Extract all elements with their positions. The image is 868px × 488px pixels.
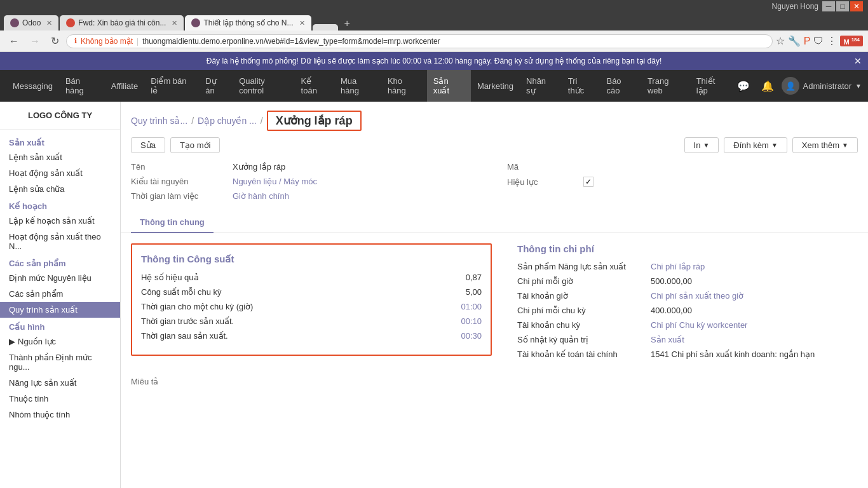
browser-tab-3[interactable]: Thiết lập thông số cho N... ✕: [185, 15, 311, 30]
sidebar-section-cau-hinh: Cấu hình ▶ Nguồn lực Thành phần Định mức…: [0, 318, 120, 423]
tab-close-1[interactable]: ✕: [46, 19, 52, 27]
cong-suat-row-2: Thời gian cho một chu kỳ (giờ) 01:00: [141, 302, 482, 311]
hieu-luc-checkbox[interactable]: ✓: [583, 177, 593, 187]
nav-mua-hang[interactable]: Mua hàng: [334, 70, 381, 102]
new-tab-btn[interactable]: +: [339, 17, 355, 30]
nav-ban-hang[interactable]: Bán hàng: [59, 70, 105, 102]
breadcrumb-item-2[interactable]: Dập chuyền ...: [198, 116, 257, 126]
nav-ke-toan[interactable]: Kế toán: [295, 70, 334, 102]
bookmark-btn[interactable]: ☆: [776, 35, 785, 47]
browser-tab-4[interactable]: [313, 24, 338, 30]
tab-thong-tin-chung[interactable]: Thông tin chung: [131, 212, 214, 233]
sidebar-item-nguon-luc[interactable]: ▶ Nguồn lực: [0, 334, 120, 349]
sidebar-section-title-cau-hinh: Cấu hình: [0, 318, 120, 334]
pinterest-btn[interactable]: P: [804, 36, 811, 47]
chi-phi-value-5[interactable]: Sản xuất: [651, 335, 684, 344]
chat-icon[interactable]: 💬: [733, 75, 754, 97]
admin-arrow[interactable]: ▼: [855, 83, 862, 90]
chi-phi-row-1: Chi phí mỗi giờ 500.000,00: [517, 276, 858, 286]
nav-affiliate[interactable]: Affiliate: [105, 75, 144, 97]
tab-close-2[interactable]: ✕: [172, 19, 177, 27]
info-sections: Thông tin Công suất Hệ số hiệu quả 0,87 …: [121, 233, 868, 374]
nav-kho-hang[interactable]: Kho hàng: [381, 70, 427, 102]
nav-bao-cao[interactable]: Báo cáo: [600, 70, 641, 102]
nav-thiet-lap[interactable]: Thiết lập: [690, 70, 733, 102]
cong-suat-value-1: 5,00: [444, 287, 482, 297]
avatar[interactable]: 👤: [782, 77, 799, 95]
thong-tin-cong-suat-section: Thông tin Công suất Hệ số hiệu quả 0,87 …: [131, 243, 492, 356]
thoi-gian-value[interactable]: Giờ hành chính: [233, 191, 289, 201]
notification-close[interactable]: ✕: [854, 56, 862, 66]
sidebar-item-nhom-thuoc-tinh[interactable]: Nhóm thuộc tính: [0, 407, 120, 423]
cong-suat-value-3[interactable]: 00:10: [444, 316, 482, 326]
edit-button[interactable]: Sửa: [131, 137, 165, 153]
sidebar-item-hoat-dong-theo-n[interactable]: Hoạt động sản xuất theo N...: [0, 229, 120, 254]
new-button[interactable]: Tạo mới: [170, 137, 220, 153]
sidebar-item-cac-san-pham[interactable]: Các sản phẩm: [0, 286, 120, 302]
shield-btn[interactable]: 🛡: [813, 36, 824, 47]
forward-btn[interactable]: →: [26, 34, 44, 48]
nav-diem-ban-le[interactable]: Điểm bán lẻ: [144, 70, 199, 102]
breadcrumb-sep-2: /: [261, 116, 263, 126]
sidebar-item-nang-luc[interactable]: Năng lực sản xuất: [0, 375, 120, 391]
more-button[interactable]: Xem thêm ▼: [792, 137, 858, 153]
thoi-gian-label: Thời gian làm việc: [131, 191, 233, 201]
print-button[interactable]: In ▼: [684, 137, 719, 153]
sidebar-item-hoat-dong-san-xuat[interactable]: Hoạt động sản xuất: [0, 165, 120, 181]
sidebar-section-title-ke-hoach: Kế hoạch: [0, 197, 120, 213]
sidebar-item-thanh-phan[interactable]: Thành phần Định mức ngu...: [0, 349, 120, 375]
cong-suat-value-2[interactable]: 01:00: [444, 302, 482, 311]
cong-suat-value-4[interactable]: 00:30: [444, 331, 482, 341]
maximize-btn[interactable]: □: [836, 1, 849, 11]
gmail-icon[interactable]: M 184: [840, 36, 863, 47]
nav-trang-web[interactable]: Trang web: [641, 70, 690, 102]
refresh-btn[interactable]: ↻: [47, 34, 63, 48]
nav-du-an[interactable]: Dự án: [199, 70, 233, 102]
back-btn[interactable]: ←: [5, 34, 23, 48]
attach-button[interactable]: Đính kèm ▼: [724, 137, 787, 153]
nav-san-xuat[interactable]: Sản xuất: [427, 70, 471, 102]
hieu-luc-label: Hiệu lực: [507, 177, 583, 187]
browser-tab-1[interactable]: Odoo ✕: [4, 15, 58, 30]
kieu-value[interactable]: Nguyên liệu / Máy móc: [233, 177, 317, 186]
cong-suat-title: Thông tin Công suất: [141, 254, 482, 265]
sidebar-section-ke-hoach: Kế hoạch Lập kế hoạch sản xuất Hoạt động…: [0, 197, 120, 254]
chi-phi-label-5: Số nhật ký quản trị: [517, 335, 644, 344]
sidebar-item-quy-trinh[interactable]: Quy trình sản xuất: [0, 302, 120, 318]
chi-phi-value-1: 500.000,00: [651, 276, 692, 286]
sidebar-item-dinh-muc[interactable]: Định mức Nguyên liệu: [0, 270, 120, 286]
cong-suat-value-0: 0,87: [444, 273, 482, 282]
address-bar[interactable]: thuongmaidientu.demo.erponline.vn/web#id…: [142, 37, 764, 46]
menu-btn[interactable]: ⋮: [827, 35, 837, 47]
nav-nhan-su[interactable]: Nhân sự: [520, 70, 562, 102]
main-content: Quy trình sả... / Dập chuyền ... / Xưởng…: [121, 102, 868, 488]
extensions-btn[interactable]: 🔧: [788, 35, 801, 47]
chi-phi-value-2[interactable]: Chi phí sản xuất theo giờ: [651, 291, 743, 301]
tab-close-3[interactable]: ✕: [299, 19, 305, 27]
sidebar-item-lenh-sua-chua[interactable]: Lệnh sửa chữa: [0, 181, 120, 197]
chi-phi-row-5: Số nhật ký quản trị Sản xuất: [517, 335, 858, 344]
chi-phi-row-0: Sản phẩm Năng lực sản xuất Chi phí lắp r…: [517, 262, 858, 271]
sidebar-item-lap-ke-hoach[interactable]: Lập kế hoạch sản xuất: [0, 213, 120, 229]
chi-phi-value-4[interactable]: Chi phí Chu kỳ workcenter: [651, 320, 747, 330]
close-btn[interactable]: ✕: [850, 1, 863, 11]
bell-icon[interactable]: 🔔: [757, 75, 778, 97]
chi-phi-row-6: Tài khoản kế toán tài chính 1541 Chi phí…: [517, 349, 858, 359]
cong-suat-label-1: Công suất mỗi chu kỳ: [141, 287, 444, 297]
admin-label[interactable]: Administrator: [803, 81, 852, 91]
nav-quality-control[interactable]: Quality control: [233, 70, 294, 102]
nav-marketing[interactable]: Marketing: [471, 75, 520, 97]
form-row-kieu: Kiểu tài nguyên Nguyên liệu / Máy móc: [131, 177, 482, 186]
chi-phi-row-4: Tài khoản chu kỳ Chi phí Chu kỳ workcent…: [517, 320, 858, 330]
chi-phi-value-0[interactable]: Chi phí lắp ráp: [651, 262, 705, 271]
sidebar-item-lenh-san-xuat[interactable]: Lệnh sản xuất: [0, 149, 120, 165]
minimize-btn[interactable]: ─: [822, 1, 835, 11]
user-name: Nguyen Hong: [772, 2, 818, 11]
chi-phi-value-3: 400.000,00: [651, 306, 692, 315]
nav-tri-thuc[interactable]: Tri thức: [562, 70, 600, 102]
browser-tab-2[interactable]: Fwd: Xin báo giá thi côn... ✕: [60, 15, 184, 30]
nav-messaging[interactable]: Messaging: [6, 75, 59, 97]
breadcrumb-item-1[interactable]: Quy trình sả...: [131, 116, 187, 126]
sidebar-section-cac-san-pham: Các sản phẩm Định mức Nguyên liệu Các sả…: [0, 254, 120, 318]
sidebar-item-thuoc-tinh[interactable]: Thuộc tính: [0, 391, 120, 407]
